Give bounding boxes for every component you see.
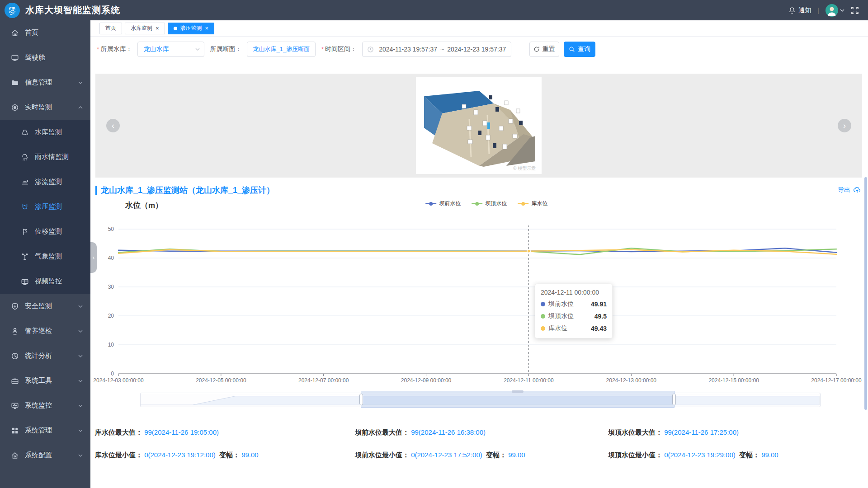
datazoom-grip[interactable] (512, 390, 524, 393)
stat-label: 坝前水位最小值： (355, 451, 409, 459)
sidebar-item-video-monitor[interactable]: 视频监控 (0, 269, 90, 294)
tab-home[interactable]: 首页 (99, 23, 122, 34)
sidebar-item-weather-monitor[interactable]: 气象监测 (0, 244, 90, 269)
series-dot (541, 302, 545, 306)
tab-label: 渗压监测 (180, 24, 202, 32)
sidebar-item-displacement-monitor[interactable]: 位移监测 (0, 219, 90, 244)
chart-datazoom-slider[interactable] (140, 390, 821, 408)
stat-range-label: 变幅： (739, 451, 760, 459)
notification-button[interactable]: 通知 (788, 6, 811, 14)
chart-legend: 坝前水位 坝顶水位 库水位 (425, 200, 547, 207)
chevron-up-icon (78, 105, 83, 110)
sidebar-item-maintenance-inspection[interactable]: 管养巡检 (0, 319, 90, 343)
tooltip-series-value: 49.43 (591, 325, 607, 332)
required-mark: * (321, 46, 323, 53)
sidebar-item-label: 安全监测 (25, 302, 52, 310)
stat-label: 坝顶水位最大值： (608, 428, 662, 436)
legend-label: 坝前水位 (439, 200, 461, 207)
time-start-input[interactable]: 2024-11-23 19:57:37 (378, 46, 438, 53)
refresh-icon (533, 46, 540, 52)
sidebar-collapse-handle[interactable]: ‹ (90, 242, 97, 273)
tab-reservoir-monitor[interactable]: 水库监测 × (125, 23, 165, 34)
sidebar-item-system-management[interactable]: 系统管理 (0, 418, 90, 443)
sidebar-item-system-config[interactable]: 系统配置 (0, 443, 90, 468)
sidebar-item-info-management[interactable]: 信息管理 (0, 70, 90, 95)
tooltip-row: 坝顶水位 49.5 (541, 312, 607, 320)
tab-bar: 首页 水库监测 × 渗压监测 × (90, 20, 868, 37)
sidebar-item-label: 系统工具 (25, 376, 52, 385)
grid-icon (11, 427, 19, 435)
main-content: 首页 水库监测 × 渗压监测 × * 所属水库： 龙山水库 所属断面： 龙山水库… (90, 20, 868, 488)
dam-model-carousel: ‹ (95, 74, 862, 178)
sidebar-item-home[interactable]: 首页 (0, 20, 90, 45)
datazoom-right-handle[interactable] (672, 394, 676, 405)
sidebar-item-label: 视频监控 (35, 277, 62, 286)
svg-text:30: 30 (108, 284, 114, 290)
sidebar-item-seepage-flow-monitor[interactable]: 渗流监测 (0, 169, 90, 194)
close-icon[interactable]: × (205, 25, 209, 31)
stat-value: 0(2024-12-23 19:12:00) (144, 451, 216, 459)
sidebar-item-reservoir-monitor[interactable]: 水库监测 (0, 120, 90, 145)
export-button[interactable]: 导出 (838, 186, 861, 194)
home-icon (11, 29, 19, 37)
sidebar-item-safety-monitor[interactable]: 安全监测 (0, 294, 90, 319)
legend-item-dam-top[interactable]: 坝顶水位 (472, 200, 507, 207)
reservoir-select[interactable]: 龙山水库 (137, 42, 204, 57)
chevron-down-icon (78, 378, 83, 384)
sidebar-item-label: 渗压监测 (35, 202, 62, 211)
datazoom-left-handle[interactable] (359, 394, 363, 405)
sidebar-item-statistics-analysis[interactable]: 统计分析 (0, 343, 90, 368)
series-dot (541, 314, 545, 319)
sidebar-item-realtime-monitor[interactable]: 实时监测 (0, 95, 90, 120)
page-scrollbar-thumb[interactable] (864, 177, 867, 410)
tab-label: 水库监测 (131, 24, 152, 32)
chevron-down-icon (78, 428, 83, 433)
reservoir-icon (21, 128, 29, 136)
sidebar-item-rainfall-monitor[interactable]: 雨水情监测 (0, 145, 90, 169)
chart-tooltip: 2024-12-11 00:00:00 坝前水位 49.91 坝顶水位 49.5… (535, 284, 613, 338)
query-button-label: 查询 (578, 45, 590, 53)
stat-range-value: 99.00 (761, 451, 778, 459)
sidebar-item-cockpit[interactable]: 驾驶舱 (0, 45, 90, 70)
sidebar-item-seepage-pressure-monitor[interactable]: 渗压监测 (0, 194, 90, 219)
stat-range-label: 变幅： (219, 451, 240, 459)
sidebar-item-label: 驾驶舱 (25, 53, 45, 62)
statistics-panel: 库水位最大值： 99(2024-11-26 19:05:00) 库水位最小值： … (95, 425, 863, 474)
carousel-next-button[interactable]: › (838, 119, 851, 132)
notification-label: 通知 (798, 6, 811, 14)
tooltip-row: 库水位 49.43 (541, 324, 607, 333)
sidebar-item-label: 水库监测 (35, 128, 62, 136)
close-icon[interactable]: × (156, 25, 159, 31)
legend-item-reservoir-level[interactable]: 库水位 (518, 200, 547, 207)
reset-button[interactable]: 重置 (529, 42, 559, 57)
sidebar-item-system-tools[interactable]: 系统工具 (0, 368, 90, 393)
tab-seepage-pressure[interactable]: 渗压监测 × (168, 23, 215, 34)
sidebar-item-system-monitor[interactable]: 系统监控 (0, 393, 90, 418)
fullscreen-icon[interactable] (851, 6, 859, 14)
svg-text:10: 10 (108, 342, 114, 348)
carousel-prev-button[interactable]: ‹ (106, 119, 120, 132)
user-menu[interactable] (826, 4, 844, 17)
pie-chart-icon (11, 352, 19, 360)
stat-range-value: 99.00 (508, 451, 525, 459)
displacement-icon (21, 228, 29, 236)
water-level-line-chart[interactable]: 010203040502024-12-03 00:00:002024-12-05… (90, 215, 868, 386)
realtime-monitor-icon (11, 103, 19, 112)
time-end-input[interactable]: 2024-12-23 19:57:37 (447, 46, 506, 53)
sidebar-item-label: 气象监测 (35, 252, 62, 261)
section-select[interactable]: 龙山水库_1_渗压断面 (247, 42, 316, 57)
svg-text:0: 0 (111, 371, 114, 377)
app-title: 水库大坝智能监测系统 (25, 4, 120, 16)
datazoom-track[interactable] (140, 393, 821, 407)
reset-button-label: 重置 (542, 45, 555, 53)
rain-icon (21, 153, 29, 161)
stat-dam-front-min: 坝前水位最小值： 0(2024-12-23 17:52:00) 变幅： 99.0… (355, 451, 525, 460)
query-button[interactable]: 查询 (564, 42, 595, 57)
legend-item-dam-front[interactable]: 坝前水位 (425, 200, 461, 207)
inspection-icon (11, 327, 19, 335)
legend-marker (472, 203, 482, 204)
time-range-picker[interactable]: 2024-11-23 19:57:37 ~ 2024-12-23 19:57:3… (362, 42, 511, 57)
station-title: 龙山水库_1_渗压监测站（龙山水库_1_渗压计） (101, 185, 274, 196)
svg-text:2024-12-17 00:00:00: 2024-12-17 00:00:00 (811, 377, 862, 384)
datazoom-window[interactable] (361, 391, 675, 408)
